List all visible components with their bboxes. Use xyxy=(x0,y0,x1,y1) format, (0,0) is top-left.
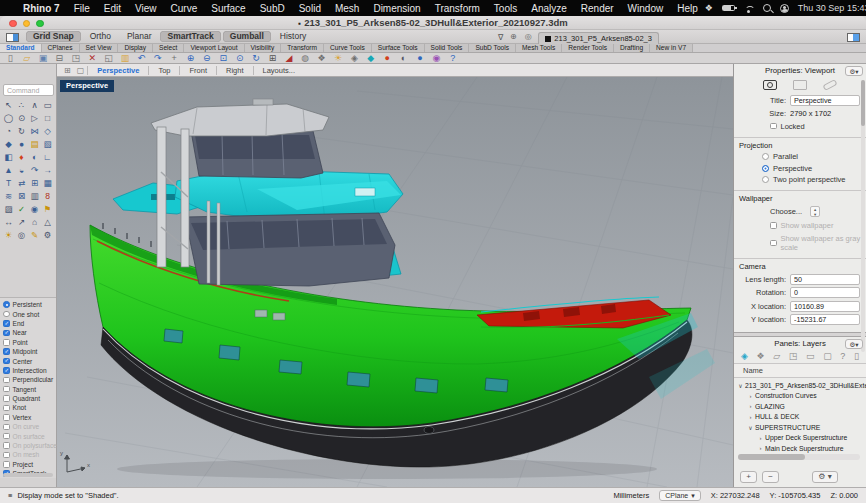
menu-item[interactable]: Rhino 7 xyxy=(16,3,67,14)
tool-icon[interactable]: ✓ xyxy=(15,203,28,215)
add-tab-button[interactable]: ⊕ xyxy=(508,32,518,42)
sidebar-toggle-icon[interactable] xyxy=(6,33,19,42)
osnap-radio[interactable]: Persistent xyxy=(0,300,56,309)
tool-icon[interactable]: ∧ xyxy=(28,99,41,111)
menu-item[interactable]: Window xyxy=(621,3,671,14)
layer-row[interactable]: › HULL & DECK xyxy=(734,412,866,423)
osnap-checkbox[interactable]: Center xyxy=(0,356,56,365)
sidebar-scrollbar[interactable] xyxy=(3,473,53,477)
toolbar-tab[interactable]: Curve Tools xyxy=(324,44,372,52)
osnap-checkbox[interactable]: End xyxy=(0,319,56,328)
tool-icon[interactable]: ≋ xyxy=(2,190,15,202)
osnap-radio[interactable]: One shot xyxy=(0,309,56,318)
menu-item[interactable]: Help xyxy=(670,3,705,14)
toolbar-icon[interactable]: ▣ xyxy=(35,53,51,63)
toolbar-tab[interactable]: Transform xyxy=(281,44,324,52)
viewport-tab[interactable]: Perspective xyxy=(87,66,148,75)
layer-options-button[interactable]: ⚙ ▾ xyxy=(812,471,838,483)
add-layer-button[interactable]: + xyxy=(740,471,757,483)
blank-view-icon[interactable]: ▢ xyxy=(77,66,85,75)
toolbar-icon[interactable]: ⊖ xyxy=(199,53,215,63)
menu-item[interactable]: Tools xyxy=(487,3,524,14)
tool-icon[interactable]: ⌂ xyxy=(28,216,41,228)
command-input[interactable] xyxy=(3,84,54,96)
tool-icon[interactable]: ◆ xyxy=(2,138,15,150)
tool-icon[interactable]: ◔ xyxy=(2,125,15,137)
menu-item[interactable]: Dimension xyxy=(366,3,427,14)
toolbar-tab[interactable]: Standard xyxy=(0,44,42,52)
tool-icon[interactable]: ⋈ xyxy=(28,125,41,137)
menu-item[interactable]: Solid xyxy=(292,3,328,14)
osnap-checkbox[interactable]: On polysurface xyxy=(0,441,56,450)
toolbar-icon[interactable]: ☀ xyxy=(330,53,346,63)
close-button[interactable] xyxy=(9,20,17,28)
toolbar-icon[interactable]: ↻ xyxy=(248,53,264,63)
toolbar-tab[interactable]: Visibility xyxy=(245,44,282,52)
layers-gear-button[interactable]: ⚙▾ xyxy=(845,339,863,349)
wallpaper-checkbox[interactable]: Show wallpaper as gray scale xyxy=(770,234,866,252)
toolbar-icon[interactable]: ⊞ xyxy=(264,53,280,63)
toolbar-tab[interactable]: SubD Tools xyxy=(469,44,516,52)
remove-layer-button[interactable]: − xyxy=(762,471,779,483)
tool-icon[interactable]: ⚙ xyxy=(41,229,54,241)
properties-gear-button[interactable]: ⚙▾ xyxy=(845,66,863,76)
tool-icon[interactable]: ◎ xyxy=(15,229,28,241)
toolbar-icon[interactable]: ◉ xyxy=(428,53,444,63)
toolbar-icon[interactable]: ● xyxy=(379,53,395,63)
snap-toggle-button[interactable]: Ortho xyxy=(83,31,118,42)
osnap-checkbox[interactable]: On curve xyxy=(0,422,56,431)
osnap-checkbox[interactable]: Tangent xyxy=(0,385,56,394)
osnap-checkbox[interactable]: Near xyxy=(0,328,56,337)
dropbox-icon[interactable]: ❖ xyxy=(705,3,713,13)
tool-icon[interactable]: □ xyxy=(41,112,54,124)
tool-icon[interactable]: ∴ xyxy=(15,99,28,111)
spotlight-search-icon[interactable] xyxy=(763,4,771,12)
tool-icon[interactable]: ▨ xyxy=(2,203,15,215)
tool-icon[interactable]: ● xyxy=(15,138,28,150)
disclosure-icon[interactable]: › xyxy=(746,414,755,420)
tool-icon[interactable]: ◯ xyxy=(2,112,15,124)
layer-row[interactable]: › GLAZING xyxy=(734,401,866,412)
toolbar-tab[interactable]: Surface Tools xyxy=(372,44,425,52)
panel-tab-icon[interactable]: ❖ xyxy=(757,351,765,361)
tool-icon[interactable]: ◧ xyxy=(2,151,15,163)
toolbar-icon[interactable]: ● xyxy=(412,53,428,63)
tool-icon[interactable]: 8 xyxy=(41,190,54,202)
menu-item[interactable]: Analyze xyxy=(524,3,574,14)
tool-icon[interactable]: ⇄ xyxy=(15,177,28,189)
tool-icon[interactable]: ▭ xyxy=(41,99,54,111)
locked-checkbox[interactable]: Locked xyxy=(770,122,866,131)
boat-model-svg[interactable]: y x xyxy=(57,77,733,487)
viewport-tab[interactable]: Front xyxy=(179,66,216,75)
menu-item[interactable]: Mesh xyxy=(328,3,366,14)
history-menu-icon[interactable]: ≡ xyxy=(8,491,12,500)
toolbar-tab[interactable]: CPlanes xyxy=(42,44,80,52)
viewport-tab[interactable]: Top xyxy=(148,66,179,75)
camera-field-input[interactable] xyxy=(790,287,860,298)
toolbar-icon[interactable]: ⊙ xyxy=(231,53,247,63)
tool-icon[interactable]: ◇ xyxy=(41,125,54,137)
osnap-checkbox[interactable]: Quadrant xyxy=(0,394,56,403)
layers-horizontal-scrollbar[interactable] xyxy=(738,454,860,460)
toolbar-icon[interactable]: ✕ xyxy=(84,53,100,63)
toolbar-tab[interactable]: Drafting xyxy=(614,44,650,52)
tool-icon[interactable]: T xyxy=(2,177,15,189)
panel-toggle-icon[interactable] xyxy=(847,33,860,42)
menu-bar-clock[interactable]: Thu 30 Sep 15:43 xyxy=(798,3,866,13)
cplane-dropdown[interactable]: CPlane▾ xyxy=(659,490,700,501)
material-icon[interactable] xyxy=(822,79,837,91)
menu-item[interactable]: Edit xyxy=(97,3,128,14)
toolbar-icon[interactable]: ⊕ xyxy=(182,53,198,63)
toolbar-icon[interactable]: ? xyxy=(445,53,461,63)
grid-view-icon[interactable]: ⊞ xyxy=(64,66,71,75)
tool-icon[interactable]: ▤ xyxy=(28,138,41,150)
toolbar-icon[interactable]: ↷ xyxy=(150,53,166,63)
menu-item[interactable]: Surface xyxy=(204,3,252,14)
disclosure-icon[interactable]: ∨ xyxy=(746,424,755,431)
viewport-tab[interactable]: Right xyxy=(216,66,253,75)
projection-radio[interactable]: Parallel xyxy=(762,152,866,161)
camera-icon[interactable] xyxy=(763,80,777,90)
osnap-checkbox[interactable]: Project xyxy=(0,460,56,469)
disclosure-icon[interactable]: › xyxy=(756,435,765,441)
osnap-checkbox[interactable]: Point xyxy=(0,338,56,347)
